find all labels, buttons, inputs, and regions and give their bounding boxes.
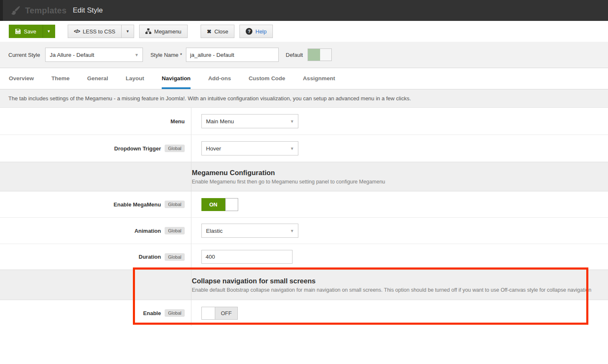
section-description: Enable default Bootstrap collapse naviga…: [192, 287, 591, 293]
enable-megamenu-row: Enable MegaMenu Global ON: [0, 191, 608, 217]
dropdown-trigger-row: Dropdown Trigger Global Hover ▼: [0, 135, 608, 162]
chevron-down-icon: ▼: [290, 119, 294, 124]
save-icon: [15, 28, 21, 34]
save-button[interactable]: Save: [9, 25, 43, 38]
less-to-css-button-group: </> LESS to CSS ▼: [68, 25, 134, 38]
enable-megamenu-label: Enable MegaMenu: [114, 201, 161, 208]
navigation-form: Menu Main Menu ▼ Dropdown Trigger Global…: [0, 108, 608, 326]
section-description: Enable Megamenu first then go to Megamen…: [192, 179, 385, 185]
tab-layout[interactable]: Layout: [126, 68, 144, 89]
page-title: Edit Style: [73, 6, 103, 15]
help-icon: ?: [246, 28, 252, 35]
duration-label: Duration: [139, 254, 161, 260]
less-to-css-dropdown-toggle[interactable]: ▼: [122, 25, 134, 38]
tab-custom-code[interactable]: Custom Code: [249, 68, 285, 89]
paintbrush-icon: [10, 5, 20, 15]
tab-description: The tab includes settings of the Megamen…: [0, 89, 608, 108]
current-style-label: Current Style: [8, 52, 40, 58]
default-toggle-handle: [320, 49, 331, 61]
style-name-input[interactable]: [186, 48, 279, 62]
duration-row: Duration Global: [0, 244, 608, 270]
enable-collapse-row: Enable Global OFF: [0, 300, 608, 326]
tab-navigation[interactable]: Navigation: [162, 68, 191, 89]
animation-select[interactable]: Elastic ▼: [201, 224, 298, 238]
style-bar: Current Style Ja Allure - Default ▼ Styl…: [0, 42, 608, 68]
dropdown-trigger-value: Hover: [206, 145, 221, 152]
close-icon: ✖: [207, 28, 211, 35]
code-icon: </>: [74, 28, 80, 34]
tab-theme[interactable]: Theme: [51, 68, 70, 89]
current-style-select[interactable]: Ja Allure - Default ▼: [45, 48, 143, 62]
save-button-label: Save: [24, 28, 36, 35]
duration-input[interactable]: [201, 250, 293, 264]
close-button-label: Close: [214, 28, 228, 35]
masthead: Templates Edit Style: [0, 0, 608, 21]
toggle-handle: [225, 198, 238, 211]
animation-label: Animation: [135, 228, 161, 234]
close-button[interactable]: ✖ Close: [201, 25, 234, 38]
toggle-handle: [201, 307, 215, 320]
tab-bar: Overview Theme General Layout Navigation…: [0, 68, 608, 89]
tab-overview[interactable]: Overview: [9, 68, 34, 89]
menu-select[interactable]: Main Menu ▼: [201, 114, 298, 128]
menu-label: Menu: [170, 118, 185, 125]
caret-down-icon: ▼: [126, 29, 130, 33]
global-badge: Global: [165, 201, 185, 208]
menu-select-value: Main Menu: [206, 118, 234, 125]
less-to-css-label: LESS to CSS: [83, 28, 115, 35]
megamenu-button-label: Megamenu: [154, 28, 181, 35]
global-badge: Global: [165, 227, 185, 234]
toggle-off-label: OFF: [215, 307, 238, 320]
global-badge: Global: [165, 253, 185, 261]
chevron-down-icon: ▼: [290, 229, 294, 233]
default-toggle[interactable]: [308, 48, 332, 61]
chevron-down-icon: ▼: [290, 146, 294, 151]
default-label: Default: [286, 52, 303, 58]
current-style-value: Ja Allure - Default: [50, 52, 94, 58]
megamenu-button[interactable]: Megamenu: [139, 25, 188, 38]
menu-row: Menu Main Menu ▼: [0, 108, 608, 135]
caret-down-icon: ▼: [47, 29, 51, 33]
animation-select-value: Elastic: [206, 228, 223, 234]
save-dropdown-toggle[interactable]: ▼: [43, 25, 55, 38]
animation-row: Animation Global Elastic ▼: [0, 217, 608, 244]
megamenu-configuration-section: Megamenu Configuration Enable Megamenu f…: [0, 162, 608, 191]
section-title: Collapse navigation for small screens: [192, 277, 315, 285]
section-title: Megamenu Configuration: [192, 169, 275, 177]
collapse-navigation-section: Collapse navigation for small screens En…: [0, 270, 608, 300]
tab-assignment[interactable]: Assignment: [303, 68, 335, 89]
masthead-edge: [0, 0, 3, 21]
tab-general[interactable]: General: [87, 68, 108, 89]
default-toggle-on-half: [308, 49, 320, 61]
help-button[interactable]: ? Help: [239, 25, 273, 38]
global-badge: Global: [165, 309, 185, 317]
less-to-css-button[interactable]: </> LESS to CSS: [68, 25, 122, 38]
enable-collapse-label: Enable: [143, 310, 161, 316]
sitemap-icon: [145, 28, 151, 34]
toolbar: Save ▼ </> LESS to CSS ▼ Megamenu ✖ Clos…: [0, 21, 608, 42]
enable-collapse-toggle[interactable]: OFF: [201, 307, 238, 320]
style-name-label: Style Name *: [150, 52, 182, 58]
toggle-on-label: ON: [201, 198, 225, 211]
tab-add-ons[interactable]: Add-ons: [208, 68, 231, 89]
global-badge: Global: [165, 145, 185, 152]
chevron-down-icon: ▼: [135, 53, 139, 57]
app-title: Templates: [25, 6, 66, 15]
enable-megamenu-toggle[interactable]: ON: [201, 198, 238, 211]
dropdown-trigger-label: Dropdown Trigger: [114, 145, 161, 152]
save-button-group: Save ▼: [9, 25, 55, 38]
help-button-label: Help: [255, 28, 267, 35]
dropdown-trigger-select[interactable]: Hover ▼: [201, 141, 298, 155]
